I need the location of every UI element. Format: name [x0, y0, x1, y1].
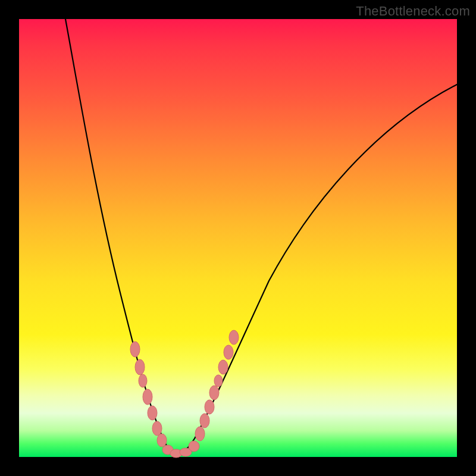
- plot-area: [19, 19, 457, 457]
- svg-point-16: [218, 360, 228, 374]
- svg-point-6: [157, 434, 167, 447]
- bead-cluster-right: [195, 330, 239, 441]
- bead-cluster-left: [130, 342, 167, 447]
- svg-point-13: [205, 400, 214, 414]
- svg-point-10: [189, 441, 199, 452]
- svg-point-3: [143, 389, 152, 405]
- svg-point-12: [200, 414, 209, 428]
- svg-point-18: [229, 330, 239, 345]
- curve-left-branch: [65, 19, 175, 455]
- curve-right-branch: [175, 84, 457, 455]
- svg-point-17: [224, 345, 233, 359]
- svg-point-0: [130, 342, 140, 357]
- bead-cluster-bottom: [162, 441, 199, 458]
- svg-point-2: [139, 374, 147, 387]
- svg-point-1: [135, 359, 145, 375]
- svg-point-4: [148, 406, 157, 420]
- curve-layer: [19, 19, 457, 457]
- chart-frame: TheBottleneck.com: [0, 0, 476, 476]
- watermark-text: TheBottleneck.com: [356, 4, 470, 19]
- svg-point-11: [195, 427, 205, 441]
- svg-point-5: [152, 421, 162, 436]
- svg-point-14: [209, 386, 219, 400]
- svg-point-15: [214, 375, 223, 387]
